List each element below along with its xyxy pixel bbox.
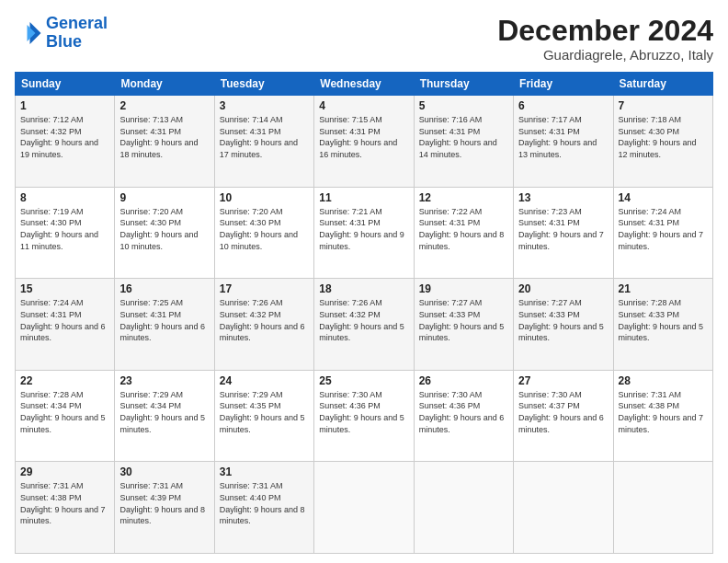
day-cell: 30Sunrise: 7:31 AMSunset: 4:39 PMDayligh… (115, 462, 214, 554)
day-info: Sunrise: 7:16 AMSunset: 4:31 PMDaylight:… (419, 114, 508, 160)
day-cell: 8Sunrise: 7:19 AMSunset: 4:30 PMDaylight… (16, 187, 115, 279)
day-number: 17 (220, 282, 309, 295)
day-info: Sunrise: 7:26 AMSunset: 4:32 PMDaylight:… (220, 297, 309, 343)
calendar-header: SundayMondayTuesdayWednesdayThursdayFrid… (16, 73, 713, 96)
week-row-5: 29Sunrise: 7:31 AMSunset: 4:38 PMDayligh… (16, 462, 713, 554)
day-info: Sunrise: 7:22 AMSunset: 4:31 PMDaylight:… (419, 206, 508, 252)
day-number: 28 (619, 374, 708, 387)
day-cell: 19Sunrise: 7:27 AMSunset: 4:33 PMDayligh… (414, 279, 513, 371)
day-number: 23 (119, 374, 209, 387)
day-cell (414, 462, 513, 554)
day-info: Sunrise: 7:31 AMSunset: 4:39 PMDaylight:… (119, 480, 209, 526)
day-info: Sunrise: 7:21 AMSunset: 4:31 PMDaylight:… (319, 206, 408, 252)
day-number: 14 (619, 191, 708, 204)
weekday-header-row: SundayMondayTuesdayWednesdayThursdayFrid… (16, 73, 713, 96)
calendar-body: 1Sunrise: 7:12 AMSunset: 4:32 PMDaylight… (16, 96, 713, 554)
day-info: Sunrise: 7:27 AMSunset: 4:33 PMDaylight:… (518, 297, 608, 343)
day-number: 21 (619, 282, 708, 295)
day-info: Sunrise: 7:17 AMSunset: 4:31 PMDaylight:… (518, 114, 608, 160)
logo-text: General Blue (46, 15, 108, 52)
day-number: 19 (419, 282, 508, 295)
day-number: 26 (419, 374, 508, 387)
day-cell: 18Sunrise: 7:26 AMSunset: 4:32 PMDayligh… (314, 279, 414, 371)
day-cell: 1Sunrise: 7:12 AMSunset: 4:32 PMDaylight… (16, 96, 115, 188)
day-cell: 6Sunrise: 7:17 AMSunset: 4:31 PMDaylight… (514, 96, 613, 188)
weekday-wednesday: Wednesday (314, 73, 414, 96)
day-info: Sunrise: 7:28 AMSunset: 4:33 PMDaylight:… (619, 297, 708, 343)
day-cell (613, 462, 712, 554)
day-info: Sunrise: 7:27 AMSunset: 4:33 PMDaylight:… (419, 297, 508, 343)
day-number: 24 (220, 374, 309, 387)
day-info: Sunrise: 7:29 AMSunset: 4:34 PMDaylight:… (119, 389, 209, 435)
day-cell: 10Sunrise: 7:20 AMSunset: 4:30 PMDayligh… (214, 187, 313, 279)
day-info: Sunrise: 7:30 AMSunset: 4:37 PMDaylight:… (518, 389, 608, 435)
day-number: 20 (518, 282, 608, 295)
day-number: 13 (518, 191, 608, 204)
day-info: Sunrise: 7:19 AMSunset: 4:30 PMDaylight:… (20, 206, 109, 252)
day-info: Sunrise: 7:29 AMSunset: 4:35 PMDaylight:… (220, 389, 309, 435)
day-cell: 9Sunrise: 7:20 AMSunset: 4:30 PMDaylight… (115, 187, 214, 279)
day-info: Sunrise: 7:28 AMSunset: 4:34 PMDaylight:… (20, 389, 109, 435)
day-cell: 25Sunrise: 7:30 AMSunset: 4:36 PMDayligh… (314, 370, 414, 462)
day-number: 25 (319, 374, 408, 387)
day-cell: 21Sunrise: 7:28 AMSunset: 4:33 PMDayligh… (613, 279, 712, 371)
day-cell: 4Sunrise: 7:15 AMSunset: 4:31 PMDaylight… (314, 96, 414, 188)
day-cell: 13Sunrise: 7:23 AMSunset: 4:31 PMDayligh… (514, 187, 613, 279)
day-info: Sunrise: 7:24 AMSunset: 4:31 PMDaylight:… (20, 297, 109, 343)
week-row-3: 15Sunrise: 7:24 AMSunset: 4:31 PMDayligh… (16, 279, 713, 371)
day-info: Sunrise: 7:23 AMSunset: 4:31 PMDaylight:… (518, 206, 608, 252)
day-info: Sunrise: 7:13 AMSunset: 4:31 PMDaylight:… (119, 114, 209, 160)
day-number: 29 (20, 465, 109, 478)
day-info: Sunrise: 7:31 AMSunset: 4:40 PMDaylight:… (220, 480, 309, 526)
calendar-table: SundayMondayTuesdayWednesdayThursdayFrid… (15, 72, 713, 554)
day-cell: 15Sunrise: 7:24 AMSunset: 4:31 PMDayligh… (16, 279, 115, 371)
month-title: December 2024 (497, 15, 713, 47)
day-cell: 17Sunrise: 7:26 AMSunset: 4:32 PMDayligh… (214, 279, 313, 371)
logo-icon (15, 19, 42, 47)
page: General Blue December 2024 Guardiagrele,… (0, 0, 728, 563)
day-info: Sunrise: 7:30 AMSunset: 4:36 PMDaylight:… (319, 389, 408, 435)
day-cell (314, 462, 414, 554)
day-cell: 29Sunrise: 7:31 AMSunset: 4:38 PMDayligh… (16, 462, 115, 554)
day-cell: 12Sunrise: 7:22 AMSunset: 4:31 PMDayligh… (414, 187, 513, 279)
title-block: December 2024 Guardiagrele, Abruzzo, Ita… (497, 15, 713, 63)
day-cell: 23Sunrise: 7:29 AMSunset: 4:34 PMDayligh… (115, 370, 214, 462)
logo-general: General (46, 14, 108, 32)
weekday-friday: Friday (514, 73, 613, 96)
day-info: Sunrise: 7:12 AMSunset: 4:32 PMDaylight:… (20, 114, 109, 160)
header: General Blue December 2024 Guardiagrele,… (15, 15, 713, 63)
day-number: 11 (319, 191, 408, 204)
day-cell: 24Sunrise: 7:29 AMSunset: 4:35 PMDayligh… (214, 370, 313, 462)
day-number: 7 (619, 99, 708, 112)
day-number: 10 (220, 191, 309, 204)
day-cell: 27Sunrise: 7:30 AMSunset: 4:37 PMDayligh… (514, 370, 613, 462)
week-row-4: 22Sunrise: 7:28 AMSunset: 4:34 PMDayligh… (16, 370, 713, 462)
day-cell: 2Sunrise: 7:13 AMSunset: 4:31 PMDaylight… (115, 96, 214, 188)
day-number: 8 (20, 191, 109, 204)
weekday-saturday: Saturday (613, 73, 712, 96)
day-cell: 3Sunrise: 7:14 AMSunset: 4:31 PMDaylight… (214, 96, 313, 188)
day-cell: 26Sunrise: 7:30 AMSunset: 4:36 PMDayligh… (414, 370, 513, 462)
day-info: Sunrise: 7:15 AMSunset: 4:31 PMDaylight:… (319, 114, 408, 160)
logo: General Blue (15, 15, 108, 52)
location: Guardiagrele, Abruzzo, Italy (497, 47, 713, 63)
day-number: 2 (119, 99, 209, 112)
weekday-monday: Monday (115, 73, 214, 96)
day-info: Sunrise: 7:25 AMSunset: 4:31 PMDaylight:… (119, 297, 209, 343)
day-number: 5 (419, 99, 508, 112)
day-cell: 16Sunrise: 7:25 AMSunset: 4:31 PMDayligh… (115, 279, 214, 371)
day-number: 6 (518, 99, 608, 112)
day-info: Sunrise: 7:26 AMSunset: 4:32 PMDaylight:… (319, 297, 408, 343)
day-cell: 7Sunrise: 7:18 AMSunset: 4:30 PMDaylight… (613, 96, 712, 188)
day-number: 1 (20, 99, 109, 112)
day-cell: 20Sunrise: 7:27 AMSunset: 4:33 PMDayligh… (514, 279, 613, 371)
day-cell: 11Sunrise: 7:21 AMSunset: 4:31 PMDayligh… (314, 187, 414, 279)
day-number: 3 (220, 99, 309, 112)
day-number: 27 (518, 374, 608, 387)
day-info: Sunrise: 7:20 AMSunset: 4:30 PMDaylight:… (119, 206, 209, 252)
day-number: 22 (20, 374, 109, 387)
day-cell (514, 462, 613, 554)
day-info: Sunrise: 7:20 AMSunset: 4:30 PMDaylight:… (220, 206, 309, 252)
logo-blue: Blue (46, 32, 82, 51)
day-number: 15 (20, 282, 109, 295)
